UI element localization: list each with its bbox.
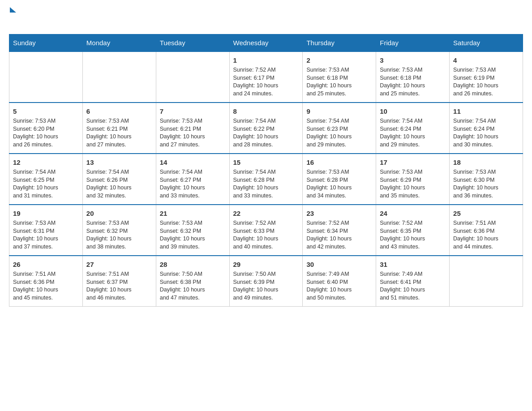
day-info-text: Sunrise: 7:53 AM — [306, 168, 372, 176]
calendar-day-cell: 26Sunrise: 7:51 AMSunset: 6:36 PMDayligh… — [9, 256, 83, 307]
day-number: 18 — [453, 158, 519, 167]
day-info-text: and 40 minutes. — [233, 243, 299, 251]
day-number: 14 — [160, 158, 226, 167]
day-info-text: Daylight: 10 hours — [453, 235, 519, 243]
day-number: 26 — [13, 260, 79, 269]
day-info-text: Sunrise: 7:51 AM — [86, 270, 152, 278]
day-info-text: Sunrise: 7:53 AM — [13, 117, 79, 125]
day-number: 9 — [306, 107, 372, 116]
day-number: 12 — [13, 158, 79, 167]
day-info-text: and 24 minutes. — [233, 90, 299, 98]
day-number: 27 — [86, 260, 152, 269]
calendar-day-cell: 4Sunrise: 7:53 AMSunset: 6:19 PMDaylight… — [450, 51, 523, 103]
day-info-text: Daylight: 10 hours — [86, 286, 152, 294]
day-info-text: Sunrise: 7:53 AM — [380, 66, 446, 74]
day-info-text: Sunset: 6:41 PM — [380, 278, 446, 287]
day-info-text: Daylight: 10 hours — [13, 184, 79, 192]
day-info-text: and 36 minutes. — [453, 192, 519, 200]
calendar-day-cell: 15Sunrise: 7:54 AMSunset: 6:28 PMDayligh… — [229, 154, 303, 205]
calendar-day-cell: 8Sunrise: 7:54 AMSunset: 6:22 PMDaylight… — [229, 103, 303, 154]
calendar-day-cell: 13Sunrise: 7:54 AMSunset: 6:26 PMDayligh… — [82, 154, 156, 205]
day-info-text: Daylight: 10 hours — [306, 82, 372, 90]
day-info-text: Daylight: 10 hours — [453, 133, 519, 141]
calendar-day-cell: 22Sunrise: 7:52 AMSunset: 6:33 PMDayligh… — [229, 205, 303, 256]
day-info-text: Sunset: 6:38 PM — [160, 278, 226, 287]
day-of-week-header: Tuesday — [156, 34, 229, 52]
day-info-text: and 29 minutes. — [380, 141, 446, 149]
day-info-text: Sunset: 6:20 PM — [13, 125, 79, 133]
day-number: 4 — [453, 56, 519, 65]
day-info-text: Sunset: 6:24 PM — [453, 125, 519, 133]
day-of-week-header: Wednesday — [229, 34, 303, 52]
day-info-text: and 34 minutes. — [306, 192, 372, 200]
calendar-day-cell: 21Sunrise: 7:53 AMSunset: 6:32 PMDayligh… — [156, 205, 229, 256]
day-of-week-header: Thursday — [303, 34, 376, 52]
calendar-day-cell: 3Sunrise: 7:53 AMSunset: 6:18 PMDaylight… — [376, 51, 450, 103]
day-info-text: Daylight: 10 hours — [453, 82, 519, 90]
day-info-text: Daylight: 10 hours — [233, 184, 299, 192]
calendar-week-row: 1Sunrise: 7:52 AMSunset: 6:17 PMDaylight… — [9, 51, 523, 103]
calendar-day-cell: 29Sunrise: 7:50 AMSunset: 6:39 PMDayligh… — [229, 256, 303, 307]
day-info-text: Sunset: 6:36 PM — [453, 227, 519, 235]
day-number: 6 — [86, 107, 152, 116]
day-number: 21 — [160, 209, 226, 218]
day-number: 19 — [13, 209, 79, 218]
day-info-text: and 49 minutes. — [233, 294, 299, 302]
calendar-day-cell: 27Sunrise: 7:51 AMSunset: 6:37 PMDayligh… — [82, 256, 156, 307]
day-info-text: and 32 minutes. — [86, 192, 152, 200]
day-info-text: Sunset: 6:23 PM — [306, 125, 372, 133]
calendar-week-row: 26Sunrise: 7:51 AMSunset: 6:36 PMDayligh… — [9, 256, 523, 307]
day-info-text: and 26 minutes. — [453, 90, 519, 98]
day-info-text: and 25 minutes. — [380, 90, 446, 98]
day-info-text: Daylight: 10 hours — [380, 286, 446, 294]
calendar-day-cell: 7Sunrise: 7:53 AMSunset: 6:21 PMDaylight… — [156, 103, 229, 154]
day-number: 8 — [233, 107, 299, 116]
day-info-text: Daylight: 10 hours — [233, 82, 299, 90]
calendar-day-cell: 2Sunrise: 7:53 AMSunset: 6:18 PMDaylight… — [303, 51, 376, 103]
calendar-week-row: 5Sunrise: 7:53 AMSunset: 6:20 PMDaylight… — [9, 103, 523, 154]
day-info-text: Sunset: 6:21 PM — [86, 125, 152, 133]
day-info-text: Sunset: 6:32 PM — [160, 227, 226, 235]
day-info-text: Daylight: 10 hours — [306, 184, 372, 192]
day-info-text: Daylight: 10 hours — [233, 286, 299, 294]
day-of-week-header: Saturday — [450, 34, 523, 52]
calendar-day-cell: 9Sunrise: 7:54 AMSunset: 6:23 PMDaylight… — [303, 103, 376, 154]
day-info-text: Sunset: 6:27 PM — [160, 176, 226, 184]
day-info-text: and 29 minutes. — [306, 141, 372, 149]
day-info-text: Sunset: 6:18 PM — [306, 74, 372, 82]
calendar-day-cell: 11Sunrise: 7:54 AMSunset: 6:24 PMDayligh… — [450, 103, 523, 154]
day-info-text: Sunset: 6:21 PM — [160, 125, 226, 133]
day-info-text: Sunrise: 7:51 AM — [13, 270, 79, 278]
day-info-text: Sunrise: 7:49 AM — [306, 270, 372, 278]
day-info-text: and 45 minutes. — [13, 294, 79, 302]
day-info-text: Sunrise: 7:50 AM — [233, 270, 299, 278]
day-info-text: and 27 minutes. — [160, 141, 226, 149]
calendar-day-cell: 5Sunrise: 7:53 AMSunset: 6:20 PMDaylight… — [9, 103, 83, 154]
day-number: 5 — [13, 107, 79, 116]
calendar-day-cell: 19Sunrise: 7:53 AMSunset: 6:31 PMDayligh… — [9, 205, 83, 256]
day-info-text: Daylight: 10 hours — [453, 184, 519, 192]
calendar-day-cell: 18Sunrise: 7:53 AMSunset: 6:30 PMDayligh… — [450, 154, 523, 205]
day-info-text: Sunrise: 7:53 AM — [86, 117, 152, 125]
calendar-week-row: 19Sunrise: 7:53 AMSunset: 6:31 PMDayligh… — [9, 205, 523, 256]
day-number: 11 — [453, 107, 519, 116]
day-info-text: Sunrise: 7:52 AM — [233, 219, 299, 227]
calendar-day-cell: 24Sunrise: 7:52 AMSunset: 6:35 PMDayligh… — [376, 205, 450, 256]
day-info-text: Sunrise: 7:54 AM — [453, 117, 519, 125]
calendar-day-cell: 17Sunrise: 7:53 AMSunset: 6:29 PMDayligh… — [376, 154, 450, 205]
day-info-text: Daylight: 10 hours — [86, 235, 152, 243]
day-info-text: Daylight: 10 hours — [160, 235, 226, 243]
day-number: 29 — [233, 260, 299, 269]
calendar-day-cell — [156, 51, 229, 103]
day-info-text: Daylight: 10 hours — [13, 133, 79, 141]
day-of-week-header: Friday — [376, 34, 450, 52]
day-info-text: Sunset: 6:30 PM — [453, 176, 519, 184]
day-info-text: Daylight: 10 hours — [380, 235, 446, 243]
day-number: 20 — [86, 209, 152, 218]
day-number: 7 — [160, 107, 226, 116]
day-info-text: Sunrise: 7:53 AM — [86, 219, 152, 227]
day-info-text: Sunset: 6:39 PM — [233, 278, 299, 287]
days-of-week-row: SundayMondayTuesdayWednesdayThursdayFrid… — [9, 34, 523, 52]
day-info-text: Daylight: 10 hours — [160, 184, 226, 192]
day-number: 25 — [453, 209, 519, 218]
